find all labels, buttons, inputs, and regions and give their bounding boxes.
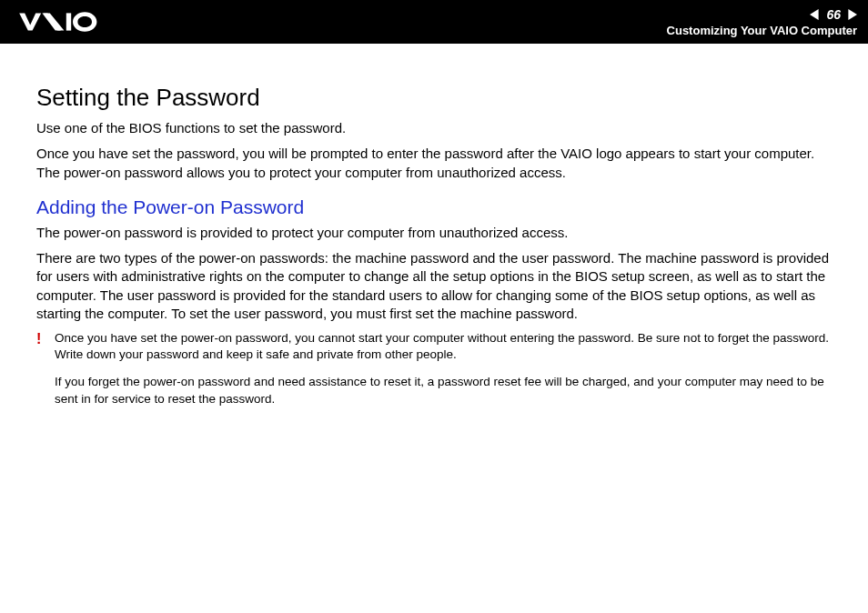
next-page-arrow-icon[interactable] — [846, 9, 857, 20]
header-nav-block: 66 Customizing Your VAIO Computer — [667, 7, 857, 37]
intro-paragraph-1: Use one of the BIOS functions to set the… — [36, 119, 832, 137]
svg-rect-0 — [66, 13, 71, 30]
page-title: Setting the Password — [36, 84, 832, 112]
subheading: Adding the Power-on Password — [36, 196, 832, 218]
intro-paragraph-2: Once you have set the password, you will… — [36, 145, 832, 182]
paragraph-1: The power-on password is provided to pro… — [36, 224, 832, 242]
page-header: 66 Customizing Your VAIO Computer — [0, 0, 868, 44]
section-title: Customizing Your VAIO Computer — [667, 24, 857, 37]
note-paragraph-1: Once you have set the power-on password,… — [55, 330, 832, 363]
prev-page-arrow-icon[interactable] — [810, 9, 821, 20]
page-number: 66 — [826, 7, 841, 22]
warning-note: ! Once you have set the power-on passwor… — [36, 330, 832, 418]
paragraph-2: There are two types of the power-on pass… — [36, 249, 832, 323]
warning-icon: ! — [36, 330, 49, 418]
warning-text: Once you have set the power-on password,… — [55, 330, 832, 418]
note-paragraph-2: If you forget the power-on password and … — [55, 374, 832, 407]
vaio-logo — [18, 0, 127, 44]
page-navigation: 66 — [810, 7, 857, 22]
page-content: Setting the Password Use one of the BIOS… — [0, 44, 868, 418]
